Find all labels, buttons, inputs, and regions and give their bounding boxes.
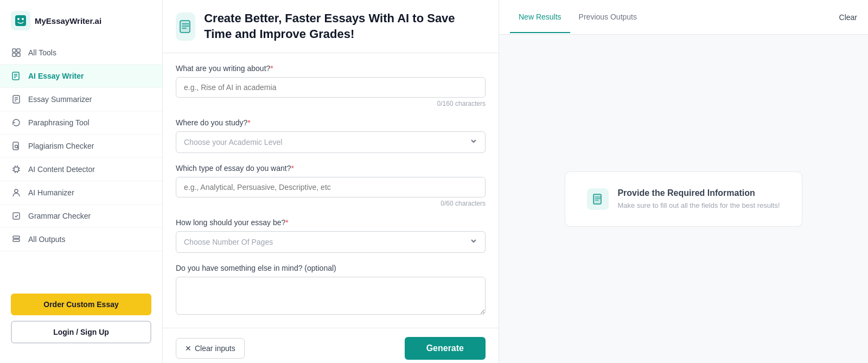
output-panel: New Results Previous Outputs Clear — [499, 0, 868, 363]
svg-rect-1 — [15, 15, 26, 26]
tab-new-results[interactable]: New Results — [510, 2, 570, 33]
topic-group: What are you writing about?* 0/160 chara… — [176, 64, 486, 107]
form-header: Create Better, Faster Essays With AI to … — [163, 0, 499, 53]
sidebar-item-essay-summarizer-label: Essay Summarizer — [28, 95, 92, 104]
sidebar-item-paraphrasing-tool[interactable]: Paraphrasing Tool — [0, 111, 162, 135]
document-icon — [591, 193, 604, 206]
sidebar-item-all-tools-label: All Tools — [28, 48, 56, 57]
academic-level-select-wrap: Choose your Academic Level High School U… — [176, 131, 486, 153]
svg-rect-31 — [13, 239, 20, 241]
cpu-icon — [11, 164, 22, 175]
essay-type-char-count: 0/60 characters — [176, 200, 486, 207]
sidebar-item-ai-essay-writer[interactable]: AI Essay Writer — [0, 65, 162, 88]
pages-select[interactable]: Choose Number Of Pages 1 Page 2 Pages 3 … — [176, 231, 486, 253]
svg-point-28 — [15, 189, 18, 193]
svg-rect-7 — [17, 53, 20, 56]
main-content: Create Better, Faster Essays With AI to … — [163, 0, 868, 363]
sidebar-item-ai-essay-writer-label: AI Essay Writer — [28, 72, 84, 80]
topic-label: What are you writing about?* — [176, 64, 486, 73]
x-icon: ✕ — [185, 344, 192, 353]
output-body: Provide the Required Information Make su… — [499, 35, 868, 363]
sidebar-item-ai-content-detector[interactable]: AI Content Detector — [0, 158, 162, 181]
sidebar-nav: All Tools AI Essay Writer — [0, 41, 162, 285]
login-signup-button[interactable]: Login / Sign Up — [11, 321, 151, 343]
svg-rect-5 — [17, 49, 20, 52]
layers-icon — [11, 234, 22, 245]
academic-level-select[interactable]: Choose your Academic Level High School U… — [176, 131, 486, 153]
essay-type-group: Which type of essay do you want?* 0/60 c… — [176, 164, 486, 207]
refresh-icon — [11, 117, 22, 128]
sidebar-item-ai-humanizer[interactable]: AI Humanizer — [0, 181, 162, 205]
pages-select-wrap: Choose Number Of Pages 1 Page 2 Pages 3 … — [176, 231, 486, 253]
user-icon — [11, 187, 22, 198]
form-body: What are you writing about?* 0/160 chara… — [163, 53, 499, 328]
logo-icon — [11, 11, 30, 30]
form-footer: ✕ Clear inputs Generate — [163, 328, 499, 363]
placeholder-desc: Make sure to fill out all the fields for… — [617, 201, 780, 209]
sidebar-item-grammar-checker[interactable]: Grammar Checker — [0, 205, 162, 228]
topic-char-count: 0/160 characters — [176, 100, 486, 107]
sidebar-item-grammar-checker-label: Grammar Checker — [28, 212, 91, 220]
sidebar-item-paraphrasing-tool-label: Paraphrasing Tool — [28, 118, 90, 127]
svg-rect-4 — [12, 49, 16, 52]
sidebar-item-essay-summarizer[interactable]: Essay Summarizer — [0, 88, 162, 111]
sidebar-item-ai-content-detector-label: AI Content Detector — [28, 165, 95, 174]
essay-type-input[interactable] — [176, 177, 486, 198]
extra-label: Do you have something else in mind? (opt… — [176, 264, 486, 272]
pages-group: How long should your essay be?* Choose N… — [176, 218, 486, 253]
page-title: Create Better, Faster Essays With AI to … — [204, 11, 486, 42]
clear-inputs-button[interactable]: ✕ Clear inputs — [176, 338, 245, 359]
svg-point-3 — [22, 18, 24, 20]
svg-rect-32 — [180, 21, 190, 33]
sidebar-item-ai-humanizer-label: AI Humanizer — [28, 188, 74, 197]
topic-input[interactable] — [176, 77, 486, 98]
logo: MyEssayWriter.ai — [0, 11, 162, 41]
header-icon-wrap — [176, 12, 195, 41]
placeholder-text: Provide the Required Information Make su… — [617, 188, 780, 209]
output-header: New Results Previous Outputs Clear — [499, 0, 868, 35]
placeholder-title: Provide the Required Information — [617, 188, 780, 198]
svg-point-17 — [15, 145, 18, 148]
academic-level-group: Where do you study?* Choose your Academi… — [176, 118, 486, 153]
sidebar-item-plagiarism-checker[interactable]: Plagiarism Checker — [0, 135, 162, 158]
svg-rect-6 — [12, 53, 16, 56]
svg-rect-29 — [13, 213, 20, 219]
sidebar-item-all-outputs-label: All Outputs — [28, 235, 65, 244]
svg-rect-19 — [14, 167, 18, 171]
edit-icon — [11, 71, 22, 81]
essay-type-label: Which type of essay do you want?* — [176, 164, 486, 173]
extra-input[interactable] — [176, 277, 486, 315]
doc-icon — [11, 94, 22, 105]
extra-group: Do you have something else in mind? (opt… — [176, 264, 486, 317]
sidebar-item-all-outputs[interactable]: All Outputs — [0, 228, 162, 251]
placeholder-icon-wrap — [587, 188, 609, 210]
length-label: How long should your essay be?* — [176, 218, 486, 227]
sidebar-item-all-tools[interactable]: All Tools — [0, 41, 162, 65]
sidebar-buttons: Order Custom Essay Login / Sign Up — [0, 285, 162, 352]
svg-rect-30 — [13, 236, 20, 238]
grid-icon — [11, 47, 22, 58]
sidebar: MyEssayWriter.ai All Tools — [0, 0, 163, 363]
essay-icon — [178, 19, 193, 34]
placeholder-card: Provide the Required Information Make su… — [565, 171, 802, 227]
tab-previous-outputs[interactable]: Previous Outputs — [570, 2, 646, 33]
logo-text: MyEssayWriter.ai — [35, 16, 101, 26]
generate-button[interactable]: Generate — [405, 337, 486, 360]
order-custom-essay-button[interactable]: Order Custom Essay — [11, 294, 151, 315]
check-square-icon — [11, 211, 22, 221]
file-search-icon — [11, 141, 22, 151]
sidebar-item-plagiarism-checker-label: Plagiarism Checker — [28, 142, 94, 150]
svg-rect-37 — [593, 194, 601, 204]
study-label: Where do you study?* — [176, 118, 486, 127]
svg-point-2 — [17, 18, 20, 20]
form-panel: Create Better, Faster Essays With AI to … — [163, 0, 499, 363]
clear-output-button[interactable]: Clear — [839, 13, 857, 22]
